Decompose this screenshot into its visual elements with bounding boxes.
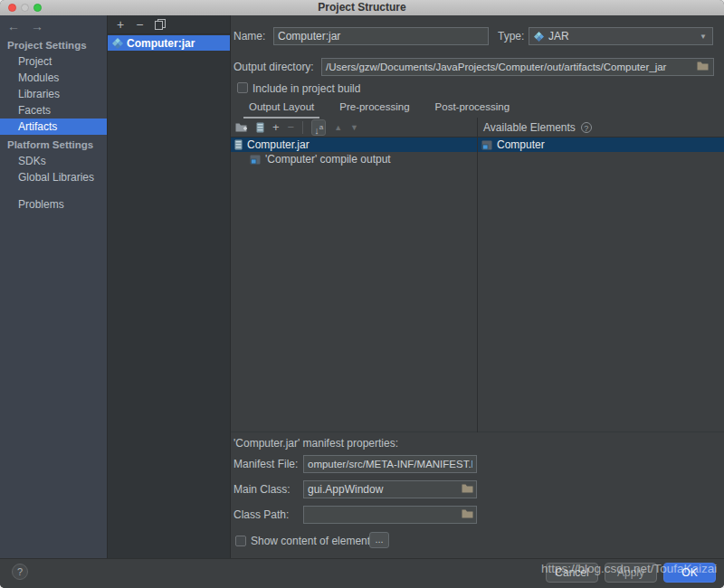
window-title: Project Structure — [0, 0, 724, 15]
tree-row-computer-jar[interactable]: Computer.jar — [231, 138, 477, 152]
apply-button[interactable]: Apply — [605, 563, 657, 583]
chevron-down-icon: ▼ — [700, 33, 707, 41]
remove-element-button[interactable]: − — [288, 119, 295, 136]
available-elements-label: Available Elements — [483, 121, 576, 134]
manifest-properties-header: 'Computer.jar' manifest properties: — [233, 437, 398, 450]
sidebar-item-project[interactable]: Project — [0, 53, 107, 70]
help-icon[interactable]: ? — [581, 122, 592, 133]
sidebar-item-libraries[interactable]: Libraries — [0, 86, 107, 102]
create-directory-button[interactable] — [235, 122, 248, 133]
sidebar-item-artifacts[interactable]: Artifacts — [0, 119, 107, 135]
tree-row-compile-output[interactable]: 'Computer' compile output — [231, 152, 477, 166]
type-value: JAR — [548, 30, 569, 43]
sidebar-item-sdks[interactable]: SDKs — [0, 153, 107, 169]
artifact-list-item-label: Computer:jar — [127, 37, 195, 50]
include-in-build-label: Include in project build — [252, 82, 360, 95]
sidebar-item-facets[interactable]: Facets — [0, 102, 107, 119]
tab-output-layout[interactable]: Output Layout — [249, 99, 314, 118]
show-content-checkbox[interactable] — [235, 536, 246, 546]
main-class-label: Main Class: — [233, 483, 291, 496]
manifest-file-label: Manifest File: — [233, 458, 298, 470]
layout-toolbar: + − ↓a ▲ ▼ — [231, 118, 477, 137]
add-artifact-button[interactable]: + — [117, 15, 124, 33]
artifact-type-icon — [534, 32, 544, 42]
folder-icon — [697, 61, 709, 71]
module-icon — [250, 155, 261, 165]
forward-icon[interactable]: → — [31, 19, 49, 33]
folder-icon — [462, 508, 473, 518]
manifest-file-input[interactable] — [303, 455, 477, 473]
back-icon[interactable]: ← — [7, 19, 25, 33]
ok-button[interactable]: OK — [663, 563, 716, 583]
copy-icon — [155, 19, 166, 31]
browse-main-class-button[interactable] — [462, 483, 473, 493]
project-structure-dialog: Project Structure ← → Project Settings P… — [0, 0, 724, 588]
titlebar: Project Structure — [0, 0, 724, 16]
output-layout-tree: Computer.jar 'Computer' compile output — [231, 138, 477, 432]
tree-row-computer-module[interactable]: Computer — [478, 138, 724, 152]
tree-row-label: Computer — [497, 138, 545, 151]
sidebar-header-platform-settings: Platform Settings — [0, 137, 107, 153]
remove-artifact-button[interactable]: − — [136, 15, 143, 33]
tree-row-label: Computer.jar — [247, 138, 310, 151]
tree-row-label: 'Computer' compile output — [265, 153, 391, 166]
name-label: Name: — [233, 30, 265, 43]
browse-output-directory-button[interactable] — [697, 61, 709, 71]
sidebar-item-modules[interactable]: Modules — [0, 70, 107, 86]
available-elements-tree: Computer — [478, 138, 724, 432]
sidebar-header-project-settings: Project Settings — [0, 37, 107, 53]
output-layout-panel: + − ↓a ▲ ▼ Available Elements ? — [231, 118, 724, 432]
move-up-button[interactable]: ▲ — [334, 119, 342, 136]
main-class-field[interactable]: gui.AppWindow — [303, 480, 477, 498]
tab-post-processing[interactable]: Post-processing — [435, 99, 510, 118]
module-icon — [481, 140, 492, 150]
type-dropdown[interactable]: JAR ▼ — [529, 27, 713, 45]
archive-icon — [256, 122, 264, 133]
tab-pre-processing[interactable]: Pre-processing — [339, 99, 409, 118]
settings-sidebar: ← → Project Settings Project Modules Lib… — [0, 15, 107, 558]
move-down-button[interactable]: ▼ — [350, 119, 358, 136]
more-options-button[interactable]: ... — [369, 532, 389, 548]
sort-elements-button[interactable]: ↓a — [311, 119, 326, 136]
sidebar-item-global-libraries[interactable]: Global Libraries — [0, 169, 107, 185]
jar-file-icon — [234, 139, 243, 150]
artifact-editor: Name: Type: JAR ▼ Output directory: /Use… — [231, 15, 724, 558]
toolbar-separator — [302, 121, 303, 134]
output-directory-label: Output directory: — [233, 61, 314, 73]
copy-artifact-icon[interactable] — [155, 19, 166, 31]
show-content-label: Show content of elements — [251, 535, 376, 547]
folder-icon — [462, 483, 473, 493]
sidebar-item-problems[interactable]: Problems — [0, 196, 107, 213]
class-path-label: Class Path: — [233, 508, 289, 521]
add-folder-icon — [235, 122, 248, 133]
available-elements-header: Available Elements ? — [477, 118, 723, 137]
artifact-list-item[interactable]: Computer:jar — [108, 35, 230, 51]
artifact-name-input[interactable] — [273, 27, 489, 45]
output-directory-field[interactable]: /Users/gzw/Documents/JavaProjects/Comput… — [321, 58, 714, 76]
dialog-footer: ? Cancel Apply OK — [0, 558, 724, 588]
class-path-field[interactable] — [303, 506, 477, 524]
cancel-button[interactable]: Cancel — [546, 563, 598, 583]
artifact-tabs: Output Layout Pre-processing Post-proces… — [231, 99, 724, 118]
add-element-button[interactable]: + — [272, 119, 280, 136]
include-in-build-checkbox[interactable] — [237, 82, 248, 93]
create-archive-button[interactable] — [256, 122, 264, 133]
artifact-icon — [112, 38, 123, 49]
artifacts-list-panel: + − Computer:jar — [107, 15, 231, 558]
type-label: Type: — [498, 30, 524, 43]
help-button[interactable]: ? — [12, 564, 28, 580]
browse-class-path-button[interactable] — [462, 508, 473, 518]
